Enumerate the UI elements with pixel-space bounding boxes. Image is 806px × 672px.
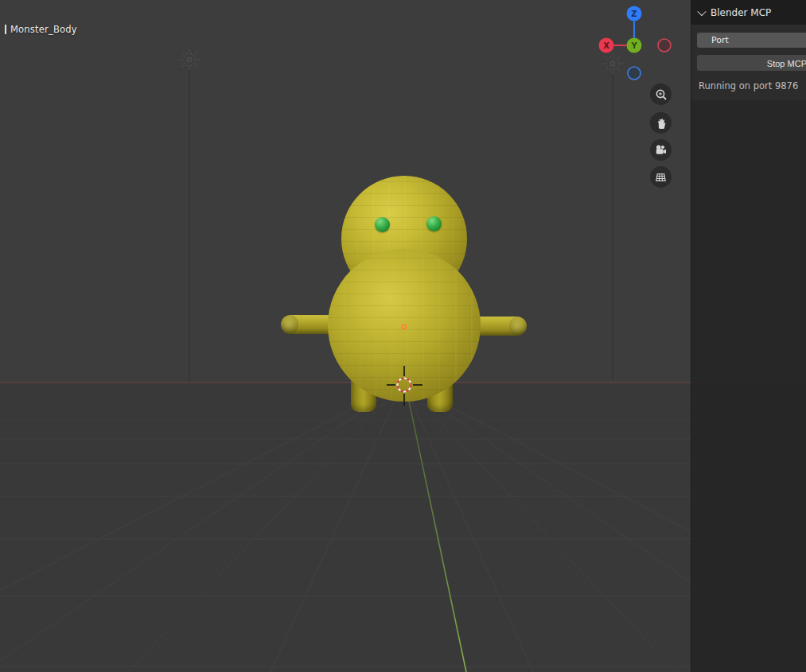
blender-3d-viewport[interactable]: Monster_Body Z X Y	[0, 0, 806, 672]
port-field-label: Port	[711, 35, 729, 45]
mcp-panel-header[interactable]: Blender MCP	[691, 0, 806, 25]
axis-x-handle[interactable]: X	[599, 38, 614, 53]
point-light-icon[interactable]	[179, 49, 200, 382]
camera-view-button[interactable]	[650, 139, 672, 161]
floor-grid	[0, 383, 806, 672]
axis-z-negative-handle[interactable]	[628, 67, 641, 80]
svg-text:X: X	[603, 41, 609, 50]
sidebar-n-panel: Blender MCP Port Stop MCP Running on por…	[691, 0, 806, 672]
pan-hand-icon	[655, 117, 668, 130]
point-light-icon[interactable]	[602, 53, 623, 380]
zoom-icon	[655, 88, 668, 101]
monster-eye-right[interactable]	[426, 216, 442, 231]
chevron-down-icon	[697, 6, 706, 15]
perspective-toggle-button[interactable]	[650, 166, 672, 188]
navigation-gizmo[interactable]: Z X Y	[594, 6, 674, 89]
perspective-grid-icon	[654, 171, 668, 184]
svg-text:Y: Y	[630, 41, 637, 50]
stop-mcp-button[interactable]: Stop MCP	[697, 55, 806, 71]
y-axis-line	[405, 383, 466, 672]
mcp-status-text: Running on port 9876	[699, 80, 798, 91]
pan-button[interactable]	[650, 112, 672, 134]
svg-text:Z: Z	[631, 10, 637, 18]
active-object-label: Monster_Body	[10, 24, 77, 35]
breadcrumb-clip-bar	[5, 25, 6, 34]
axis-y-handle[interactable]: Y	[627, 38, 642, 53]
port-field[interactable]: Port	[697, 33, 806, 48]
monster-eye-left[interactable]	[375, 217, 390, 232]
axis-x-negative-handle[interactable]	[658, 39, 671, 52]
monster-body[interactable]	[328, 249, 481, 402]
mcp-panel-title: Blender MCP	[711, 7, 771, 18]
zoom-button[interactable]	[650, 84, 672, 105]
axis-z-handle[interactable]: Z	[627, 6, 642, 21]
camera-view-icon	[654, 144, 668, 157]
